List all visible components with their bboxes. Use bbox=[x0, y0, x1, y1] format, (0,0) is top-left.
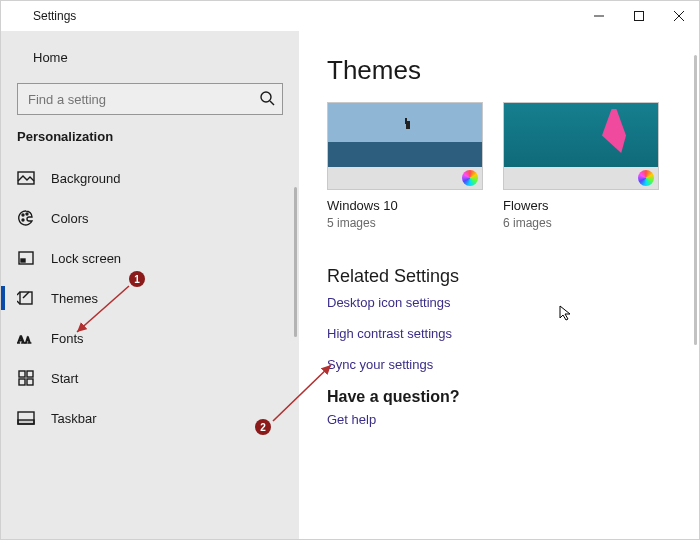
settings-window: Settings Home bbox=[0, 0, 700, 540]
lockscreen-icon bbox=[17, 249, 35, 267]
maximize-button[interactable] bbox=[619, 1, 659, 31]
sidebar-item-taskbar[interactable]: Taskbar bbox=[1, 398, 299, 438]
main-panel: Themes Windows 10 5 images Flowers bbox=[299, 31, 699, 539]
minimize-button[interactable] bbox=[579, 1, 619, 31]
theme-thumbnail bbox=[503, 102, 659, 190]
link-desktop-icon-settings[interactable]: Desktop icon settings bbox=[327, 295, 699, 310]
svg-rect-12 bbox=[27, 371, 33, 377]
sidebar-item-fonts[interactable]: AA Fonts bbox=[1, 318, 299, 358]
theme-card-windows10[interactable]: Windows 10 5 images bbox=[327, 102, 483, 230]
sidebar-item-label: Lock screen bbox=[51, 251, 121, 266]
main-inner: Themes Windows 10 5 images Flowers bbox=[327, 55, 699, 539]
link-get-help[interactable]: Get help bbox=[327, 412, 699, 427]
theme-name: Windows 10 bbox=[327, 198, 483, 213]
sidebar-home[interactable]: Home bbox=[1, 39, 299, 75]
sidebar: Home Personalization Background bbox=[1, 31, 299, 539]
sidebar-item-themes[interactable]: Themes bbox=[1, 278, 299, 318]
scrollbar-thumb[interactable] bbox=[294, 187, 297, 337]
window-controls bbox=[579, 1, 699, 31]
svg-text:A: A bbox=[17, 333, 25, 345]
sidebar-item-label: Fonts bbox=[51, 331, 84, 346]
svg-point-1 bbox=[261, 92, 271, 102]
theme-card-flowers[interactable]: Flowers 6 images bbox=[503, 102, 659, 230]
fonts-icon: AA bbox=[17, 329, 35, 347]
sidebar-item-background[interactable]: Background bbox=[1, 158, 299, 198]
sidebar-nav: Background Colors Lock screen bbox=[1, 158, 299, 438]
colorwheel-icon bbox=[638, 170, 654, 186]
sidebar-item-start[interactable]: Start bbox=[1, 358, 299, 398]
link-sync-your-settings[interactable]: Sync your settings bbox=[327, 357, 699, 372]
sidebar-section-label: Personalization bbox=[1, 129, 299, 158]
sidebar-item-colors[interactable]: Colors bbox=[1, 198, 299, 238]
sidebar-item-lockscreen[interactable]: Lock screen bbox=[1, 238, 299, 278]
window-body: Home Personalization Background bbox=[1, 31, 699, 539]
taskbar-icon bbox=[17, 409, 35, 427]
page-title: Themes bbox=[327, 55, 699, 86]
titlebar-left: Settings bbox=[1, 9, 579, 24]
theme-name: Flowers bbox=[503, 198, 659, 213]
svg-text:A: A bbox=[25, 336, 31, 345]
colorwheel-icon bbox=[462, 170, 478, 186]
sidebar-item-label: Background bbox=[51, 171, 120, 186]
theme-accent-strip bbox=[328, 167, 482, 189]
svg-rect-14 bbox=[27, 379, 33, 385]
scrollbar-thumb[interactable] bbox=[694, 55, 697, 345]
svg-rect-11 bbox=[19, 371, 25, 377]
titlebar: Settings bbox=[1, 1, 699, 31]
sidebar-home-label: Home bbox=[33, 50, 68, 65]
svg-rect-7 bbox=[21, 259, 25, 262]
theme-subtext: 5 images bbox=[327, 216, 483, 230]
svg-point-4 bbox=[22, 219, 24, 221]
svg-point-5 bbox=[26, 213, 28, 215]
svg-rect-13 bbox=[19, 379, 25, 385]
sidebar-item-label: Colors bbox=[51, 211, 89, 226]
have-a-question-heading: Have a question? bbox=[327, 388, 699, 406]
link-high-contrast-settings[interactable]: High contrast settings bbox=[327, 326, 699, 341]
search-box bbox=[17, 83, 283, 115]
theme-accent-strip bbox=[504, 167, 658, 189]
theme-subtext: 6 images bbox=[503, 216, 659, 230]
sidebar-item-label: Start bbox=[51, 371, 78, 386]
search-wrap bbox=[1, 83, 299, 129]
svg-rect-0 bbox=[635, 12, 644, 21]
themes-row: Windows 10 5 images Flowers 6 images bbox=[327, 102, 699, 230]
svg-rect-8 bbox=[20, 292, 32, 304]
window-title: Settings bbox=[33, 9, 76, 23]
sidebar-scrollbar[interactable] bbox=[294, 187, 297, 477]
svg-rect-16 bbox=[18, 420, 34, 424]
themes-icon bbox=[17, 289, 35, 307]
picture-icon bbox=[17, 169, 35, 187]
sidebar-item-label: Taskbar bbox=[51, 411, 97, 426]
sidebar-item-label: Themes bbox=[51, 291, 98, 306]
svg-point-3 bbox=[22, 214, 24, 216]
palette-icon bbox=[17, 209, 35, 227]
related-settings-heading: Related Settings bbox=[327, 266, 699, 287]
search-input[interactable] bbox=[17, 83, 283, 115]
theme-thumbnail bbox=[327, 102, 483, 190]
start-icon bbox=[17, 369, 35, 387]
close-button[interactable] bbox=[659, 1, 699, 31]
main-scrollbar[interactable] bbox=[694, 55, 697, 375]
search-icon bbox=[259, 90, 275, 109]
